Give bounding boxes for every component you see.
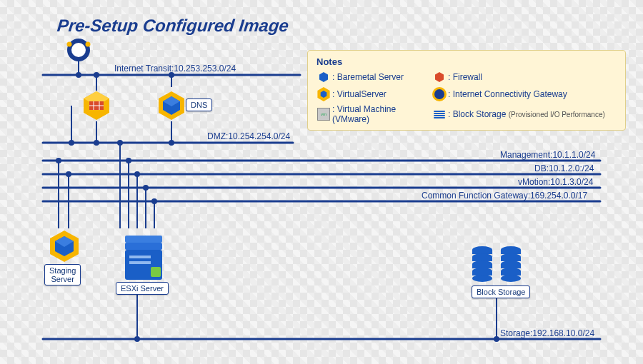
node-esxi-label: ESXi Server — [116, 282, 169, 295]
staging-server-icon — [50, 231, 79, 262]
gateway-icon — [67, 41, 91, 59]
icg-icon — [432, 87, 447, 101]
legend-panel: Notes : Baremetal Server : Firewall : Vi… — [307, 50, 626, 131]
svg-rect-57 — [129, 261, 151, 264]
block-storage-icon — [472, 246, 521, 282]
svg-point-39 — [86, 42, 91, 47]
svg-point-22 — [76, 72, 81, 78]
net-label-db: DB:10.1.2.0:/24 — [534, 163, 594, 173]
dns-icon — [159, 91, 184, 120]
legend-icg: : Internet Connectivity Gateway — [448, 89, 617, 99]
svg-point-35 — [134, 336, 140, 342]
svg-point-38 — [67, 42, 72, 47]
legend-block-storage: : Block Storage (Provisioned I/O Perform… — [448, 109, 617, 119]
svg-point-29 — [56, 158, 61, 163]
svg-point-28 — [169, 140, 174, 146]
node-dns-label: DNS — [186, 98, 212, 111]
vmware-icon: vm — [316, 107, 331, 121]
svg-point-23 — [94, 72, 99, 78]
svg-point-32 — [134, 171, 140, 177]
svg-rect-56 — [129, 256, 151, 258]
firewall-icon-legend — [432, 70, 447, 84]
esxi-server-icon — [125, 236, 162, 280]
svg-point-37 — [69, 41, 88, 59]
svg-point-26 — [117, 140, 123, 146]
node-staging-label: Staging Server — [44, 264, 81, 285]
net-label-storage: Storage:192.168.10.0/24 — [500, 328, 594, 338]
virtualserver-icon — [316, 87, 331, 101]
legend-vmware: : Virtual Machine (VMware) — [332, 104, 432, 124]
svg-point-31 — [126, 158, 131, 163]
svg-rect-55 — [151, 267, 161, 277]
net-label-management: Management:10.1.1.0/24 — [500, 150, 596, 160]
svg-point-34 — [151, 198, 157, 204]
legend-firewall: : Firewall — [448, 72, 617, 82]
svg-point-66 — [472, 275, 492, 282]
svg-rect-53 — [125, 243, 162, 250]
svg-point-75 — [501, 275, 521, 282]
svg-point-30 — [66, 171, 71, 177]
baremetal-icon — [316, 70, 331, 84]
net-label-dmz: DMZ:10.254.254.0/24 — [207, 131, 290, 141]
net-label-internet-transit: Internet Transit:10.253.253.0/24 — [114, 64, 236, 74]
node-block-storage-label: Block Storage — [472, 285, 530, 298]
legend-title: Notes — [316, 56, 617, 67]
svg-point-33 — [143, 185, 149, 191]
svg-point-24 — [69, 140, 74, 146]
net-label-vmotion: vMotion:10.1.3.0/24 — [518, 177, 594, 187]
legend-virtualserver: : VirtualServer — [332, 89, 432, 99]
block-storage-icon-legend — [432, 107, 447, 121]
svg-rect-54 — [125, 236, 162, 243]
net-label-cfg: Common Function Gateway:169.254.0.0/17 — [422, 191, 587, 201]
firewall-icon — [84, 91, 109, 120]
legend-baremetal: : Baremetal Server — [332, 72, 432, 82]
svg-point-36 — [494, 336, 499, 342]
svg-point-25 — [94, 140, 99, 146]
